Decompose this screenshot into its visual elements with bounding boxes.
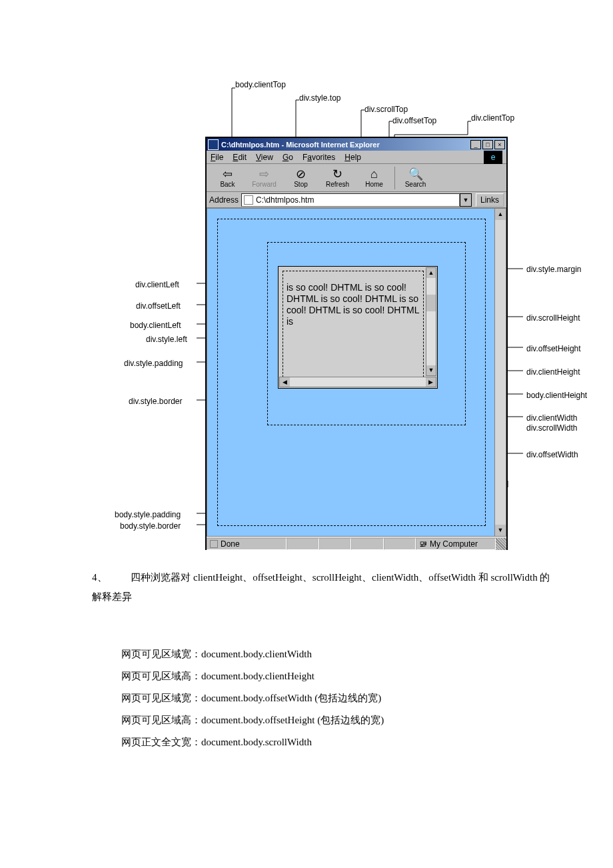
definition-item: 网页可见区域宽：document.body.offsetWidth (包括边线的… [121,692,521,705]
address-dropdown[interactable]: ▼ [460,193,472,207]
scroll-thumb[interactable] [426,295,436,311]
home-button[interactable]: ⌂Home [356,167,392,188]
address-input[interactable]: C:\dhtmlpos.htm [241,193,460,207]
titlebar[interactable]: C:\dhtmlpos.htm - Microsoft Internet Exp… [207,138,506,151]
definition-item: 网页可见区域宽：document.body.clientWidth [121,648,521,661]
page-root: body.clientTop div.style.top div.scrollT… [0,0,613,868]
label-div-offsetTop: div.offsetTop [392,116,436,125]
status-zone: 🖳 My Computer [416,538,496,550]
div-content-text: is so cool! DHTML is so cool! DHTML is s… [287,282,420,380]
refresh-button[interactable]: ↻Refresh [319,167,356,188]
page-icon [244,195,253,205]
page-icon [210,540,218,548]
computer-icon: 🖳 [419,539,427,549]
address-bar: Address C:\dhtmlpos.htm ▼ Links [207,192,506,208]
throbber-icon: e [484,151,502,164]
viewport: ▲ ▼ is so cool! DHTML is so cool! DHTML … [207,208,506,537]
label-div-clientLeft: div.clientLeft [135,280,179,289]
scroll-up-icon[interactable]: ▲ [426,268,436,278]
links-button[interactable]: Links [476,193,504,207]
scroll-down-icon[interactable]: ▼ [495,525,506,536]
label-body-style-border: body.style.border [120,521,181,531]
status-cell [384,538,416,550]
status-done: Done [207,538,287,550]
label-div-scrollWidth: div.scrollWidth [526,423,577,433]
maximize-button[interactable]: □ [482,140,493,149]
search-button[interactable]: 🔍Search [397,167,434,188]
label-div-scrollHeight: div.scrollHeight [526,313,580,323]
scroll-down-icon[interactable]: ▼ [426,365,436,375]
menubar: File Edit View Go Favorites Help e [207,151,506,164]
label-div-clientHeight: div.clientHeight [526,367,580,377]
window-title: C:\dhtmlpos.htm - Microsoft Internet Exp… [221,141,470,149]
label-div-offsetHeight: div.offsetHeight [526,344,581,353]
div-padding-box: is so cool! DHTML is so cool! DHTML is s… [283,271,424,384]
menu-favorites[interactable]: Favorites [303,153,335,162]
stop-button[interactable]: ⊘Stop [283,167,319,188]
status-cell [351,538,384,550]
label-div-clientWidth: div.clientWidth [526,413,577,423]
menu-file[interactable]: File [211,153,223,162]
definition-item: 网页正文全文宽：document.body.scrollWidth [121,736,521,749]
scroll-right-icon[interactable]: ▶ [426,377,436,387]
menu-go[interactable]: Go [283,153,293,162]
status-cell [319,538,352,550]
div-border-box: is so cool! DHTML is so cool! DHTML is s… [278,266,438,389]
menu-edit[interactable]: Edit [233,153,247,162]
section-heading: 四种浏览器对 clientHeight、offsetHeight、scrollH… [92,572,550,602]
browser-window: C:\dhtmlpos.htm - Microsoft Internet Exp… [205,137,508,550]
page-scrollbar-vertical[interactable]: ▲ ▼ [494,209,506,536]
label-body-style-padding: body.style.padding [115,510,181,519]
status-cells [287,538,416,550]
label-div-style-left: div.style.left [146,335,187,344]
label-div-offsetWidth: div.offsetWidth [526,450,578,459]
label-body-clientTop: body.clientTop [235,80,286,89]
back-button[interactable]: ⇦Back [209,167,246,188]
forward-button[interactable]: ⇨Forward [246,167,283,188]
label-div-style-padding: div.style.padding [124,359,183,368]
close-button[interactable]: × [494,140,505,149]
section-4: 4、 四种浏览器对 clientHeight、offsetHeight、scro… [92,568,552,606]
definition-item: 网页可见区域高：document.body.clientHeight [121,670,521,683]
label-div-clientTop: div.clientTop [471,113,514,123]
menu-view[interactable]: View [256,153,273,162]
status-bar: Done 🖳 My Computer [207,537,506,550]
div-scrollbar-horizontal[interactable]: ◀ ▶ [279,377,436,387]
label-div-offsetLeft: div.offsetLeft [136,301,181,311]
label-body-clientLeft: body.clientLeft [130,321,181,330]
status-cell [287,538,319,550]
menu-help[interactable]: Help [344,153,361,162]
address-label: Address [209,195,239,205]
label-div-style-border: div.style.border [129,397,182,406]
toolbar: ⇦Back ⇨Forward ⊘Stop ↻Refresh ⌂Home 🔍Sea… [207,164,506,192]
div-scrollbar-vertical[interactable]: ▲ ▼ [426,267,436,376]
minimize-button[interactable]: _ [470,140,481,149]
section-number: 4、 [92,572,107,583]
definition-item: 网页可见区域高：document.body.offsetHeight (包括边线… [121,714,521,727]
label-body-clientHeight: body.clientHeight [526,391,587,400]
address-text: C:\dhtmlpos.htm [256,195,314,205]
scroll-left-icon[interactable]: ◀ [280,377,290,387]
app-icon [208,139,219,150]
label-div-style-top: div.style.top [299,93,340,103]
toolbar-separator [394,167,395,189]
label-div-style-margin: div.style.margin [526,265,581,274]
scroll-up-icon[interactable]: ▲ [495,209,506,220]
label-div-scrollTop: div.scrollTop [364,105,408,114]
resize-grip[interactable] [496,538,506,550]
definitions-list: 网页可见区域宽：document.body.clientWidth 网页可见区域… [121,639,521,758]
